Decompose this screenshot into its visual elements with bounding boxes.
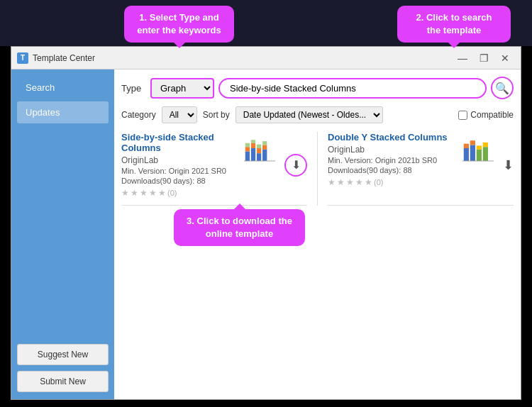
result-card-2: Double Y Stacked Columns OriginLab Min. … <box>328 132 514 206</box>
card-2-chart <box>460 135 496 167</box>
search-row: Type Graph Analysis Apps 🔍 <box>121 77 514 99</box>
card-1-author: OriginLab <box>121 155 234 165</box>
callout-1: 1. Select Type and enter the keywords <box>124 6 234 43</box>
card-1-rating: (0) <box>167 189 177 197</box>
svg-rect-18 <box>476 145 481 149</box>
compatible-filter: Compatible <box>458 110 514 120</box>
close-button[interactable]: ✕ <box>495 50 515 66</box>
window-title: Template Center <box>33 53 453 63</box>
compatible-checkbox[interactable] <box>458 111 467 120</box>
card-1-chart <box>242 135 277 167</box>
download-icon-1: ⬇ <box>292 158 301 172</box>
svg-rect-0 <box>245 152 249 162</box>
title-bar: T Template Center — ❐ ✕ <box>11 47 521 69</box>
sidebar-item-updates[interactable]: Updates <box>17 101 109 123</box>
card-1-version: Min. Version: Origin 2021 SR0 <box>121 167 234 175</box>
window-controls: — ❐ ✕ <box>453 50 515 66</box>
svg-rect-16 <box>470 140 475 145</box>
compatible-label: Compatible <box>470 110 514 120</box>
card-2-version: Min. Version: Origin 2021b SR0 <box>328 156 453 165</box>
card-2-downloads: Downloads(90 days): 88 <box>328 166 453 174</box>
svg-rect-10 <box>262 145 267 150</box>
svg-rect-14 <box>463 144 468 148</box>
result-card-1: Side-by-side Stacked Columns OriginLab M… <box>121 132 307 206</box>
card-2-rating: (0) <box>374 178 383 186</box>
card-1-thumbnail <box>240 132 279 171</box>
submit-new-button[interactable]: Submit New <box>17 371 109 392</box>
download-icon-2: ⬇ <box>503 158 514 172</box>
svg-rect-17 <box>476 150 481 161</box>
card-2-author: OriginLab <box>328 145 453 155</box>
maximize-button[interactable]: ❐ <box>474 50 494 66</box>
filter-row: Category All 2D 3D Sort by Date Updated … <box>121 106 514 123</box>
category-select[interactable]: All 2D 3D <box>162 106 197 123</box>
svg-rect-11 <box>262 141 267 145</box>
sidebar-bottom: Suggest New Submit New <box>17 344 109 392</box>
svg-rect-3 <box>250 148 255 161</box>
svg-rect-8 <box>256 145 260 148</box>
divider <box>317 132 318 206</box>
callout-2: 2. Click to search the template <box>397 6 511 43</box>
search-button[interactable]: 🔍 <box>491 77 514 99</box>
sidebar: Search Updates Suggest New Submit New <box>11 69 114 399</box>
card-1-download-button[interactable]: ⬇ <box>284 154 307 177</box>
keyword-input[interactable] <box>218 78 487 99</box>
card-1-title: Side-by-side Stacked Columns <box>121 132 234 153</box>
svg-rect-5 <box>250 140 255 143</box>
svg-rect-4 <box>250 143 255 148</box>
sidebar-item-search[interactable]: Search <box>17 77 109 99</box>
svg-rect-9 <box>262 150 267 161</box>
results-row: Side-by-side Stacked Columns OriginLab M… <box>121 132 514 206</box>
suggest-new-button[interactable]: Suggest New <box>17 344 109 365</box>
card-2-download-button[interactable]: ⬇ <box>503 157 514 173</box>
svg-rect-6 <box>256 153 260 161</box>
svg-rect-19 <box>482 147 487 161</box>
sortby-label: Sort by <box>203 110 230 120</box>
svg-rect-2 <box>245 143 249 147</box>
svg-rect-7 <box>256 148 260 153</box>
card-2-stars: ★ ★ ★ ★ ★ (0) <box>328 177 453 187</box>
callout-3: 3. Click to download the online template <box>174 209 305 246</box>
search-icon: 🔍 <box>495 82 509 95</box>
card-2-thumbnail <box>458 132 497 171</box>
app-icon: T <box>17 52 28 64</box>
type-label: Type <box>121 83 146 94</box>
card-1-downloads: Downloads(90 days): 88 <box>121 177 234 185</box>
svg-rect-13 <box>463 148 468 161</box>
type-select[interactable]: Graph Analysis Apps <box>150 78 214 99</box>
screenshot-frame: 1. Select Type and enter the keywords 2.… <box>0 0 532 407</box>
category-label: Category <box>121 110 156 120</box>
card-2-title: Double Y Stacked Columns <box>328 132 453 143</box>
svg-rect-15 <box>470 145 475 162</box>
sortby-select[interactable]: Date Updated (Newest - Oldes... Date Upd… <box>235 106 383 123</box>
svg-rect-20 <box>482 143 487 147</box>
card-1-stars: ★ ★ ★ ★ ★ (0) <box>121 188 234 198</box>
svg-rect-1 <box>245 147 249 151</box>
card-1-info: Side-by-side Stacked Columns OriginLab M… <box>121 132 234 198</box>
card-2-info: Double Y Stacked Columns OriginLab Min. … <box>328 132 453 198</box>
